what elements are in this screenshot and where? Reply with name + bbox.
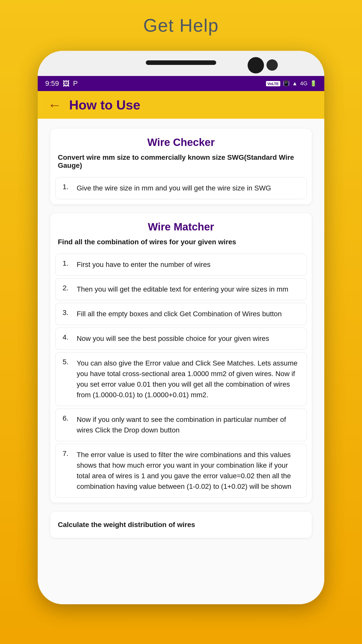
weight-distribution-section: Calculate the weight distribution of wir… [50, 512, 312, 538]
matcher-text-1: First you have to enter the number of wi… [77, 259, 210, 270]
network-icon: 4G [300, 80, 307, 87]
signal-icon: ▲ [292, 80, 298, 87]
camera-secondary [266, 59, 278, 71]
battery-icon: 🔋 [310, 80, 317, 87]
wire-matcher-title: Wire Matcher [50, 213, 312, 235]
list-item: 3. Fill all the empty boxes and click Ge… [55, 303, 307, 325]
matcher-num-3: 3. [63, 309, 72, 317]
matcher-num-5: 5. [63, 358, 72, 366]
list-item: 7. The error value is used to filter the… [55, 444, 307, 498]
header-title: How to Use [69, 97, 140, 112]
status-time-area: 9:59 🖼 P [45, 79, 78, 88]
matcher-num-1: 1. [63, 259, 72, 267]
wire-matcher-subtitle: Find all the combination of wires for yo… [50, 235, 312, 251]
matcher-text-5: You can also give the Error value and Cl… [77, 358, 299, 400]
parking-icon: P [73, 79, 78, 88]
app-header: ← How to Use [38, 91, 324, 119]
gallery-icon: 🖼 [63, 79, 70, 88]
wire-checker-subtitle: Convert wire mm size to commercially kno… [50, 151, 312, 175]
back-button[interactable]: ← [48, 97, 62, 113]
time-display: 9:59 [45, 79, 59, 88]
phone-frame: 9:59 🖼 P VoLTE 📳 ▲ 4G 🔋 ← How to Use Wir… [38, 51, 324, 604]
list-item: 1. First you have to enter the number of… [55, 254, 307, 276]
matcher-num-6: 6. [63, 414, 72, 422]
matcher-text-7: The error value is used to filter the wi… [77, 450, 299, 492]
weight-distribution-title: Calculate the weight distribution of wir… [58, 521, 304, 529]
matcher-text-2: Then you will get the editable text for … [77, 284, 288, 295]
matcher-text-4: Now you will see the best possible choic… [77, 333, 269, 344]
wire-checker-title: Wire Checker [50, 129, 312, 151]
wire-checker-section: Wire Checker Convert wire mm size to com… [50, 129, 312, 204]
page-title: Get Help [143, 15, 219, 36]
matcher-text-6: Now if you only want to see the combinat… [77, 414, 299, 435]
list-item: 2. Then you will get the editable text f… [55, 278, 307, 300]
matcher-text-3: Fill all the empty boxes and click Get C… [77, 309, 282, 319]
status-bar: 9:59 🖼 P VoLTE 📳 ▲ 4G 🔋 [38, 76, 324, 91]
matcher-num-4: 4. [63, 333, 72, 341]
list-item: 4. Now you will see the best possible ch… [55, 328, 307, 350]
app-content: Wire Checker Convert wire mm size to com… [38, 119, 324, 604]
camera-main [248, 57, 264, 73]
status-icons-right: VoLTE 📳 ▲ 4G 🔋 [266, 80, 317, 87]
list-item: 5. You can also give the Error value and… [55, 352, 307, 406]
notch-bar [146, 60, 216, 65]
vibrate-icon: 📳 [283, 80, 290, 87]
matcher-num-7: 7. [63, 450, 72, 458]
wire-matcher-section: Wire Matcher Find all the combination of… [50, 213, 312, 503]
list-item: 1. Give the wire size in mm and you will… [55, 177, 307, 199]
instruction-num-1: 1. [63, 183, 72, 191]
phone-top-bezel [38, 51, 324, 76]
matcher-num-2: 2. [63, 284, 72, 292]
volte-badge: VoLTE [266, 81, 280, 86]
list-item: 6. Now if you only want to see the combi… [55, 409, 307, 441]
instruction-text-1: Give the wire size in mm and you will ge… [77, 183, 271, 193]
